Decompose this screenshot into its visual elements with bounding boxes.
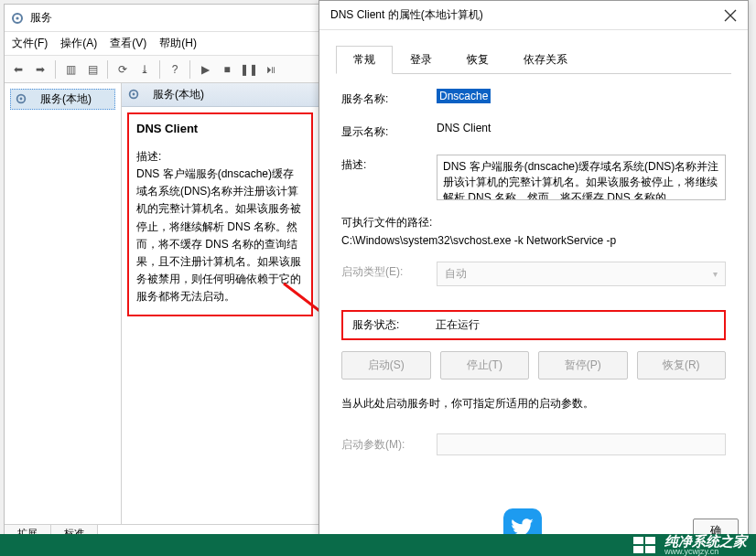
tree-item-services-local[interactable]: 服务(本地) <box>10 89 115 110</box>
label-service-name: 服务名称: <box>341 89 437 107</box>
stop-icon[interactable]: ■ <box>217 59 237 80</box>
description-label: 描述: <box>136 148 304 166</box>
tab-general[interactable]: 常规 <box>336 46 393 74</box>
pause-button: 暂停(P) <box>538 351 628 380</box>
svg-point-5 <box>133 92 135 95</box>
watermark-url: www.ycwjzy.cn <box>664 548 718 556</box>
label-start-params: 启动参数(M): <box>341 437 437 453</box>
window-title: 服务 <box>30 10 52 26</box>
value-exe-path: C:\Windows\system32\svchost.exe -k Netwo… <box>341 234 726 247</box>
resume-button: 恢复(R) <box>637 351 727 380</box>
gear-icon <box>15 92 29 107</box>
menubar: 文件(F) 操作(A) 查看(V) 帮助(H) <box>5 32 319 56</box>
svg-rect-8 <box>645 537 655 544</box>
toolbar-separator <box>55 60 56 79</box>
value-startup-type: 自动 <box>445 266 467 282</box>
watermark-brand: 纯净系统之家 <box>664 534 747 548</box>
value-service-name[interactable]: Dnscache <box>437 89 491 103</box>
value-status: 正在运行 <box>436 317 480 333</box>
service-description-panel: DNS Client 描述: DNS 客户端服务(dnscache)缓存域名系统… <box>127 112 313 316</box>
show-hide-tree-icon[interactable]: ▥ <box>60 59 81 80</box>
dialog-tabs: 常规 登录 恢复 依存关系 <box>336 45 731 74</box>
tab-logon[interactable]: 登录 <box>393 46 449 74</box>
dialog-title: DNS Client 的属性(本地计算机) <box>330 7 483 23</box>
refresh-icon[interactable]: ⟳ <box>113 59 133 80</box>
tree-pane: 服务(本地) <box>5 83 122 524</box>
help-icon[interactable]: ? <box>165 59 185 80</box>
svg-point-1 <box>16 16 18 19</box>
gear-icon <box>10 11 25 26</box>
nav-forward-icon[interactable]: ➡ <box>30 59 50 80</box>
watermark-bar: 纯净系统之家 www.ycwjzy.cn <box>0 534 756 556</box>
label-startup-type: 启动类型(E): <box>341 262 437 280</box>
control-buttons: 启动(S) 停止(T) 暂停(P) 恢复(R) <box>341 351 726 380</box>
svg-rect-7 <box>633 537 643 544</box>
startup-type-select: 自动 ▾ <box>437 262 726 286</box>
dialog-titlebar: DNS Client 的属性(本地计算机) <box>319 1 748 30</box>
stop-button: 停止(T) <box>440 351 530 380</box>
label-exe-path: 可执行文件的路径: <box>341 215 726 230</box>
service-properties-dialog: DNS Client 的属性(本地计算机) 常规 登录 恢复 依存关系 服务名称… <box>319 0 749 554</box>
start-params-note: 当从此处启动服务时，你可指定所适用的启动参数。 <box>341 396 726 412</box>
close-icon[interactable] <box>724 9 737 22</box>
value-display-name: DNS Client <box>437 122 491 134</box>
nav-back-icon[interactable]: ⬅ <box>8 59 28 80</box>
value-description[interactable] <box>437 155 726 200</box>
description-text: DNS 客户端服务(dnscache)缓存域名系统(DNS)名称并注册该计算机的… <box>136 166 304 306</box>
svg-point-3 <box>20 97 23 100</box>
pause-icon[interactable]: ❚❚ <box>239 59 259 80</box>
service-status-row: 服务状态: 正在运行 <box>341 310 726 340</box>
toolbar-separator <box>159 60 160 79</box>
export-icon[interactable]: ⤓ <box>135 59 155 80</box>
label-display-name: 显示名称: <box>341 122 437 140</box>
menu-file[interactable]: 文件(F) <box>12 36 48 51</box>
services-main-window: 服务 文件(F) 操作(A) 查看(V) 帮助(H) ⬅ ➡ ▥ ▤ ⟳ ⤓ ?… <box>4 4 319 545</box>
detail-pane: 服务(本地) DNS Client 描述: DNS 客户端服务(dnscache… <box>122 83 319 524</box>
menu-action[interactable]: 操作(A) <box>60 36 97 51</box>
svg-rect-10 <box>645 546 655 553</box>
label-status: 服务状态: <box>352 317 399 333</box>
detail-header: 服务(本地) <box>122 83 319 107</box>
toolbar-separator <box>189 60 190 79</box>
detail-header-label: 服务(本地) <box>153 87 204 102</box>
start-button: 启动(S) <box>341 351 431 380</box>
chevron-down-icon: ▾ <box>713 269 718 279</box>
windows-logo-icon <box>633 537 657 553</box>
gear-icon <box>127 88 142 102</box>
toolbar-separator <box>107 60 108 79</box>
toolbar: ⬅ ➡ ▥ ▤ ⟳ ⤓ ? ▶ ■ ❚❚ ⏯ <box>5 56 319 83</box>
restart-icon[interactable]: ⏯ <box>261 59 281 80</box>
svg-rect-9 <box>633 546 643 553</box>
menu-help[interactable]: 帮助(H) <box>159 36 197 51</box>
menu-view[interactable]: 查看(V) <box>110 36 146 51</box>
titlebar: 服务 <box>5 5 319 32</box>
play-icon[interactable]: ▶ <box>195 59 215 80</box>
details-icon[interactable]: ▤ <box>82 59 103 80</box>
tab-dependencies[interactable]: 依存关系 <box>506 46 585 74</box>
tree-item-label: 服务(本地) <box>40 91 92 107</box>
selected-service-name: DNS Client <box>136 120 304 139</box>
start-params-input <box>437 433 726 455</box>
tab-recovery[interactable]: 恢复 <box>449 46 506 74</box>
label-description: 描述: <box>341 155 437 173</box>
